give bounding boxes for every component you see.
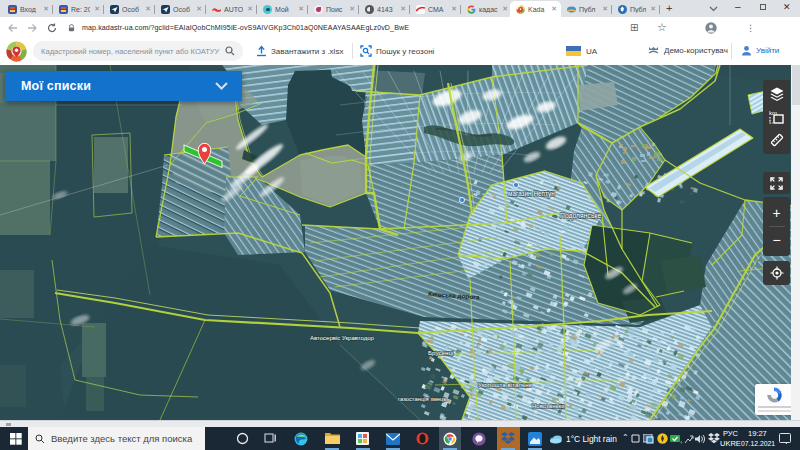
svg-text:газостанція змець: газостанція змець	[398, 396, 446, 402]
svg-text:магазин Нептун: магазин Нептун	[508, 190, 555, 198]
svg-text:Укрпошта вітальня: Укрпошта вітальня	[478, 381, 532, 388]
svg-text:Автосервіс Укравтодор: Автосервіс Укравтодор	[310, 335, 375, 341]
svg-text:Подолянське: Подолянське	[560, 212, 602, 220]
svg-text:Брусенці: Брусенці	[428, 349, 453, 356]
svg-text:Новозаньки: Новозаньки	[532, 403, 565, 409]
